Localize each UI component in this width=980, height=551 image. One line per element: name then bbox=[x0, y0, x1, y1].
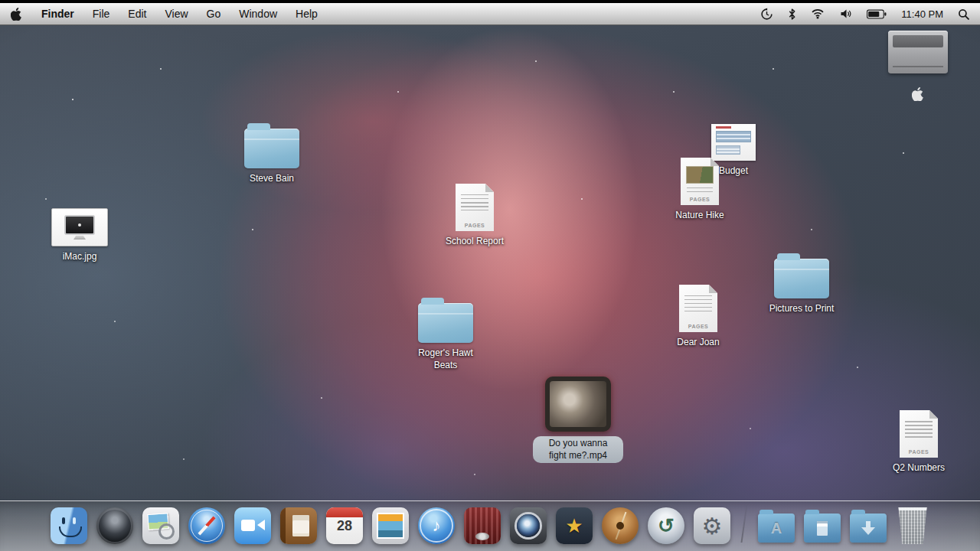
apple-icon bbox=[11, 8, 21, 21]
imovie-star-icon: ★ bbox=[556, 507, 593, 544]
download-arrow-glyph bbox=[850, 514, 887, 543]
dock-item-ical[interactable]: 28 bbox=[326, 507, 363, 544]
garageband-guitar-icon bbox=[602, 507, 639, 544]
documents-folder-icon bbox=[804, 514, 841, 543]
address-book-icon bbox=[280, 507, 317, 544]
iphoto-icon bbox=[372, 507, 409, 544]
bluetooth-status-icon[interactable] bbox=[788, 8, 796, 21]
imac-screen-graphic bbox=[64, 215, 95, 235]
desktop-icon-imac-jpg[interactable]: iMac.jpg bbox=[34, 208, 126, 263]
apple-logo-mark bbox=[912, 87, 923, 104]
desktop-icon-rogers-hawt-beats[interactable]: Roger's Hawt Beats bbox=[400, 297, 492, 371]
pages-badge: PAGES bbox=[456, 223, 494, 228]
video-file-icon bbox=[545, 377, 611, 432]
dvd-player-icon bbox=[464, 507, 501, 544]
desktop-icon-hard-disk[interactable] bbox=[872, 31, 964, 73]
screen-top-strip bbox=[0, 0, 980, 3]
dock-item-iphoto[interactable] bbox=[372, 507, 409, 544]
volume-status-icon[interactable] bbox=[839, 8, 852, 19]
desktop-icon-label: Nature Hike bbox=[675, 210, 724, 222]
folder-icon bbox=[244, 129, 299, 168]
dock-item-address-book[interactable] bbox=[280, 507, 317, 544]
pages-document-icon: PAGES bbox=[900, 410, 938, 458]
folder-icon bbox=[418, 303, 473, 343]
desktop-icon-label: Pictures to Print bbox=[769, 303, 835, 315]
desktop-icon-label: Dear Joan bbox=[677, 337, 719, 349]
pages-document-icon: PAGES bbox=[681, 158, 719, 205]
dock-item-time-machine[interactable]: ↺ bbox=[648, 507, 684, 544]
trash-basket-icon bbox=[896, 507, 929, 544]
dock-item-photo-booth[interactable] bbox=[510, 507, 547, 544]
desktop-icon-label: iMac.jpg bbox=[63, 251, 97, 263]
apple-menu[interactable] bbox=[11, 8, 21, 21]
dock-item-itunes[interactable]: ♪ bbox=[418, 507, 455, 544]
wifi-status-icon[interactable] bbox=[811, 8, 825, 19]
desktop-icon-label: Steve Bain bbox=[250, 173, 294, 185]
itunes-music-note-icon: ♪ bbox=[418, 507, 455, 544]
dock-item-garageband[interactable] bbox=[602, 507, 639, 544]
ical-calendar-icon: 28 bbox=[326, 507, 363, 544]
hard-disk-icon bbox=[888, 31, 948, 73]
folder-icon bbox=[774, 259, 829, 298]
desktop-icon-fight-video[interactable]: Do you wanna fight me?.mp4 bbox=[532, 377, 624, 463]
dock-item-downloads-folder[interactable] bbox=[850, 514, 887, 544]
desktop-icon-steve-bain[interactable]: Steve Bain bbox=[226, 122, 318, 185]
downloads-folder-icon bbox=[850, 514, 887, 543]
dock-item-ichat[interactable] bbox=[234, 507, 271, 544]
system-preferences-gear-icon: ⚙ bbox=[694, 507, 730, 544]
ical-date-number: 28 bbox=[326, 518, 363, 534]
video-thumbnail-image bbox=[550, 381, 606, 427]
image-file-icon bbox=[51, 208, 108, 246]
finder-icon bbox=[51, 507, 87, 544]
safari-compass-icon bbox=[188, 507, 225, 544]
document-photo-thumbnail bbox=[686, 166, 714, 184]
spotlight-icon[interactable] bbox=[958, 8, 969, 20]
desktop-icon-label: Q2 Numbers bbox=[893, 462, 945, 474]
pages-badge: PAGES bbox=[679, 324, 717, 329]
dock-item-dvd-player[interactable] bbox=[464, 507, 501, 544]
desktop-icon-nature-hike[interactable]: PAGES Nature Hike bbox=[654, 158, 746, 222]
dock-item-imovie[interactable]: ★ bbox=[556, 507, 593, 544]
dock-item-preview[interactable] bbox=[142, 507, 179, 544]
desktop-icon-label: Roger's Hawt Beats bbox=[407, 347, 484, 371]
imac-stand-graphic bbox=[74, 236, 86, 240]
pages-document-icon: PAGES bbox=[679, 285, 717, 332]
time-machine-status-icon[interactable] bbox=[760, 8, 773, 21]
dock-item-finder[interactable] bbox=[51, 507, 87, 544]
dock-item-documents-folder[interactable] bbox=[804, 514, 841, 544]
pages-badge: PAGES bbox=[900, 449, 938, 455]
photo-booth-lens-icon bbox=[510, 507, 547, 544]
dashboard-icon bbox=[96, 507, 133, 544]
battery-status-icon[interactable] bbox=[867, 9, 887, 19]
dock-divider bbox=[740, 504, 747, 543]
spreadsheet-document-icon bbox=[711, 124, 756, 161]
pages-document-icon: PAGES bbox=[456, 184, 494, 231]
menu-help[interactable]: Help bbox=[296, 8, 318, 20]
dock-item-safari[interactable] bbox=[188, 507, 225, 544]
menu-bar: Finder File Edit View Go Window Help 11:… bbox=[0, 3, 980, 25]
desktop-icon-label-selected: Do you wanna fight me?.mp4 bbox=[533, 436, 623, 463]
time-machine-dial-icon: ↺ bbox=[648, 507, 684, 544]
menu-go[interactable]: Go bbox=[207, 8, 221, 20]
pages-badge: PAGES bbox=[681, 197, 719, 202]
menu-window[interactable]: Window bbox=[239, 8, 277, 20]
desktop-icon-label: School Report bbox=[446, 236, 504, 248]
menu-finder[interactable]: Finder bbox=[41, 8, 74, 20]
menu-edit[interactable]: Edit bbox=[128, 8, 146, 20]
applications-folder-icon: A bbox=[758, 514, 795, 543]
menu-view[interactable]: View bbox=[165, 8, 188, 20]
desktop-icon-dear-joan[interactable]: PAGES Dear Joan bbox=[652, 285, 744, 349]
dock-item-applications-folder[interactable]: A bbox=[758, 514, 795, 544]
desktop-icon-q2-numbers[interactable]: PAGES Q2 Numbers bbox=[873, 410, 965, 474]
desktop-icon-pictures-to-print[interactable]: Pictures to Print bbox=[756, 253, 848, 315]
desktop-icon-school-report[interactable]: PAGES School Report bbox=[429, 184, 521, 248]
dock: 28 ♪ ★ ↺ ⚙ A bbox=[0, 500, 980, 551]
dock-item-dashboard[interactable] bbox=[96, 507, 133, 544]
document-page-glyph bbox=[817, 521, 828, 536]
menu-bar-clock[interactable]: 11:40 PM bbox=[901, 8, 943, 20]
ichat-video-camera-icon bbox=[234, 507, 271, 544]
menu-file[interactable]: File bbox=[93, 8, 110, 20]
dock-item-system-preferences[interactable]: ⚙ bbox=[694, 507, 730, 544]
preview-icon bbox=[142, 507, 179, 544]
dock-item-trash[interactable] bbox=[896, 507, 929, 544]
